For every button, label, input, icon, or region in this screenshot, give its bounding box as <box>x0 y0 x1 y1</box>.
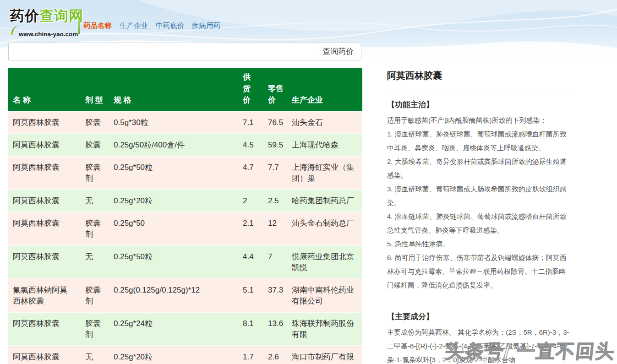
cell-retail-price: 13.6 <box>268 313 292 345</box>
table-row: 阿莫西林胶囊 胶囊剂 0.25g*24粒 8.1 13.6 珠海联邦制药股份有限 <box>8 312 362 345</box>
cell-spec: 0.25g*20粒 <box>114 190 243 212</box>
cell-retail-price: 59.5 <box>268 134 292 156</box>
table-row: 氟氯西林钠阿莫西林胶囊 胶囊剂 0.25g(0.125g/0.125g)*12 … <box>8 278 362 312</box>
table-row: 阿莫西林胶囊 无 0.25g*20粒 1.7 2.6 海口市制药厂有限公司 <box>8 345 362 364</box>
cell-form: 胶囊剂 <box>85 313 114 345</box>
table-row: 阿莫西林胶囊 胶囊剂 0.25g*50 2.1 12 汕头金石制药总厂 <box>8 212 362 245</box>
indications-item-3: 3. 溶血链球菌、葡萄球菌或大肠埃希菌所致的皮肤软组织感染。 <box>387 182 569 210</box>
table-header-row: 名 称 剂 型 规 格 供货价 零售价 生产企业 <box>8 68 362 111</box>
cell-drug-name: 阿莫西林胶囊 <box>8 190 85 212</box>
cell-supply-price: 2.1 <box>243 212 268 245</box>
drug-detail-title: 阿莫西林胶囊 <box>387 70 569 89</box>
search-bar: 查询药价 <box>8 43 362 60</box>
section-heading-indications: 【功能主治】 <box>387 99 569 110</box>
indications-intro: 适用于敏感菌(不产β内酰胺酶菌株)所致的下列感染： <box>387 114 569 127</box>
table-row: 阿莫西林胶囊 无 0.25g*50粒 4.4 7 悦康药业集团北京凯悦 <box>8 245 362 278</box>
cell-retail-price: 7 <box>268 246 292 278</box>
cell-supply-price: 5.1 <box>243 279 268 312</box>
section-heading-ingredients: 【主要成分】 <box>387 311 569 322</box>
drug-price-table: 名 称 剂 型 规 格 供货价 零售价 生产企业 阿莫西林胶囊 胶囊 0.5g*… <box>8 68 362 364</box>
cell-spec: 0.25g*50粒 <box>114 246 243 278</box>
logo-nav-divider <box>78 19 80 34</box>
cell-form: 无 <box>85 346 114 364</box>
cell-form: 胶囊剂 <box>85 157 114 189</box>
search-button[interactable]: 查询药价 <box>315 43 361 60</box>
cell-spec: 0.25g(0.125g/0.125g)*12 <box>114 279 243 312</box>
col-header-form: 剂 型 <box>85 94 114 106</box>
drug-detail-panel: 阿莫西林胶囊 【功能主治】 适用于敏感菌(不产β内酰胺酶菌株)所致的下列感染： … <box>387 70 569 364</box>
nav-item-disease-medication[interactable]: 疾病用药 <box>192 21 220 31</box>
cell-supply-price: 4.4 <box>243 246 268 278</box>
site-logo-title: 药价查询网 <box>10 8 83 24</box>
col-header-retail-price: 零售价 <box>268 83 292 106</box>
table-row: 阿莫西林胶囊 胶囊 0.25g/50粒/400盒/件 4.5 59.5 上海现代… <box>8 133 362 156</box>
site-logo[interactable]: 药价查询网 www.china-yao.com <box>10 8 83 38</box>
cell-spec: 0.5g*30粒 <box>114 112 243 133</box>
cell-supply-price: 7.1 <box>243 112 268 133</box>
main-nav: 药品名称 生产企业 中药底价 疾病用药 <box>83 21 220 31</box>
logo-text-black: 药价 <box>10 8 39 24</box>
cell-manufacturer: 上海海虹实业（集团）巢 <box>292 157 362 189</box>
cell-form: 胶囊 <box>85 112 114 133</box>
site-logo-url-row: www.china-yao.com <box>10 25 83 38</box>
cell-manufacturer: 哈药集团制药总厂 <box>292 190 362 212</box>
col-header-manufacturer: 生产企业 <box>292 94 362 106</box>
cell-supply-price: 4.5 <box>243 134 268 156</box>
logo-text-green: 查询网 <box>39 8 83 24</box>
page: 药价查询网 www.china-yao.com 药品名称 生产企业 中药底价 疾… <box>0 0 617 364</box>
cell-spec: 0.25g*24粒 <box>114 313 243 345</box>
cell-drug-name: 阿莫西林胶囊 <box>8 346 85 364</box>
cell-manufacturer: 悦康药业集团北京凯悦 <box>292 246 362 278</box>
cell-drug-name: 氟氯西林钠阿莫西林胶囊 <box>8 279 85 312</box>
indications-item-6: 6. 尚可用于治疗伤寒、伤寒带菌者及钩端螺旋体病；阿莫西林亦可与克拉霉素、兰索拉… <box>387 251 569 292</box>
table-row: 阿莫西林胶囊 胶囊 0.5g*30粒 7.1 76.5 汕头金石 <box>8 111 362 133</box>
nav-item-manufacturer[interactable]: 生产企业 <box>120 21 148 31</box>
nav-item-drug-name[interactable]: 药品名称 <box>83 21 112 31</box>
cell-retail-price: 12 <box>268 212 292 245</box>
cell-spec: 0.25g*50 <box>114 212 243 245</box>
cell-form: 无 <box>85 190 114 212</box>
watermark-text: 头条号/ 一直不回头 <box>444 339 617 364</box>
indications-item-2: 2. 大肠埃希菌、奇异变形杆菌或粪肠球菌所致的泌尿生殖道感染。 <box>387 155 569 182</box>
table-row: 阿莫西林胶囊 胶囊剂 0.25g*50粒 4.7 7.7 上海海虹实业（集团）巢 <box>8 156 362 189</box>
cell-manufacturer: 湖南中南科伦药业有限公司 <box>292 279 362 312</box>
cell-retail-price: 37.3 <box>268 279 292 312</box>
cell-manufacturer: 汕头金石 <box>292 112 362 133</box>
cell-drug-name: 阿莫西林胶囊 <box>8 112 85 133</box>
nav-item-tcm-base-price[interactable]: 中药底价 <box>156 21 184 31</box>
logo-swoosh-icon <box>10 25 18 38</box>
cell-spec: 0.25g*20粒 <box>114 346 243 364</box>
indications-item-4: 4. 溶血链球菌、肺炎链球菌、葡萄球菌或流感嗜血杆菌所致急性支气管炎、肺炎等下呼… <box>387 210 569 237</box>
cell-retail-price: 7.7 <box>268 157 292 189</box>
search-input[interactable] <box>8 43 315 60</box>
cell-spec: 0.25g/50粒/400盒/件 <box>114 134 243 156</box>
cell-form: 胶囊剂 <box>85 212 114 245</box>
cell-manufacturer: 汕头金石制药总厂 <box>292 212 362 245</box>
cell-manufacturer: 海口市制药厂有限公司 <box>292 346 362 364</box>
cell-drug-name: 阿莫西林胶囊 <box>8 313 85 345</box>
cell-supply-price: 4.7 <box>243 157 268 189</box>
cell-form: 无 <box>85 246 114 278</box>
cell-form: 胶囊剂 <box>85 279 114 312</box>
col-header-spec: 规 格 <box>114 94 243 106</box>
cell-drug-name: 阿莫西林胶囊 <box>8 134 85 156</box>
col-header-supply-price: 供货价 <box>243 71 268 106</box>
cell-manufacturer: 上海现代哈森 <box>292 134 362 156</box>
cell-manufacturer: 珠海联邦制药股份有限 <box>292 313 362 345</box>
cell-drug-name: 阿莫西林胶囊 <box>8 157 85 189</box>
cell-retail-price: 2.6 <box>268 346 292 364</box>
cell-drug-name: 阿莫西林胶囊 <box>8 246 85 278</box>
cell-supply-price: 8.1 <box>243 313 268 345</box>
table-row: 阿莫西林胶囊 无 0.25g*20粒 2 2.5 哈药集团制药总厂 <box>8 189 362 212</box>
cell-spec: 0.25g*50粒 <box>114 157 243 189</box>
cell-supply-price: 2 <box>243 190 268 212</box>
cell-form: 胶囊 <box>85 134 114 156</box>
cell-retail-price: 76.5 <box>268 112 292 133</box>
col-header-name: 名 称 <box>8 94 85 106</box>
cell-supply-price: 1.7 <box>243 346 268 364</box>
site-logo-url: www.china-yao.com <box>19 31 78 38</box>
indications-item-5: 5. 急性单纯性淋病。 <box>387 237 569 251</box>
cell-retail-price: 2.5 <box>268 190 292 212</box>
indications-item-1: 1. 溶血链球菌、肺炎链球菌、葡萄球菌或流感嗜血杆菌所致中耳炎、鼻窦炎、咽炎、扁… <box>387 127 569 155</box>
cell-drug-name: 阿莫西林胶囊 <box>8 212 85 245</box>
